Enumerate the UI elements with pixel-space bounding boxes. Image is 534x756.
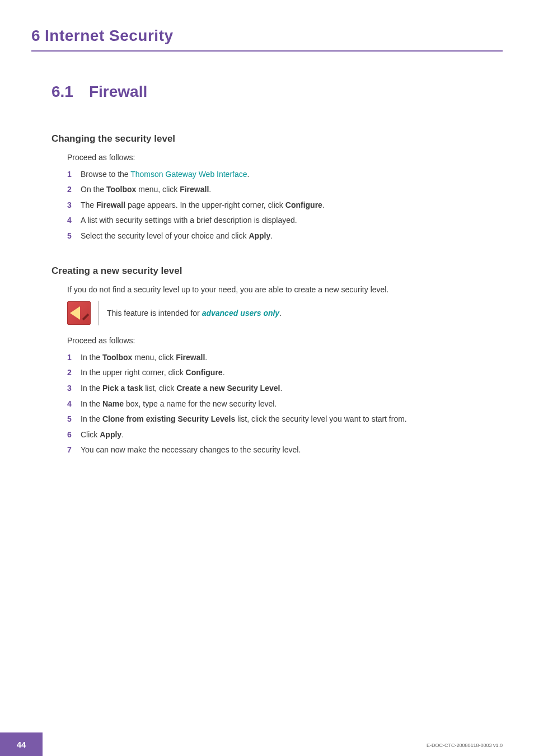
step-number: 3 xyxy=(67,383,81,394)
steps-list: 1 Browse to the Thomson Gateway Web Inte… xyxy=(67,169,503,242)
list-item: 1 Browse to the Thomson Gateway Web Inte… xyxy=(67,169,503,180)
step-number: 2 xyxy=(67,184,81,195)
warning-icon xyxy=(67,301,91,325)
step-text: In the upper right corner, click Configu… xyxy=(81,367,503,379)
list-item: 6 Click Apply. xyxy=(67,430,503,441)
link-thomson-gateway[interactable]: Thomson Gateway Web Interface xyxy=(130,170,247,179)
callout-text: This feature is intended for advanced us… xyxy=(107,309,282,318)
chapter-number: 6 xyxy=(31,27,40,44)
emphasis-advanced-users: advanced users only xyxy=(202,309,280,318)
step-text: Browse to the Thomson Gateway Web Interf… xyxy=(81,169,503,180)
list-item: 2 In the upper right corner, click Confi… xyxy=(67,367,503,379)
step-text: In the Clone from existing Security Leve… xyxy=(81,414,503,425)
list-item: 3 In the Pick a task list, click Create … xyxy=(67,383,503,394)
list-item: 2 On the Toolbox menu, click Firewall. xyxy=(67,184,503,195)
section-title: 6.1Firewall xyxy=(51,83,503,101)
intro-text: Proceed as follows: xyxy=(67,152,503,164)
subsection-creating-level: Creating a new security level If you do … xyxy=(51,265,503,456)
step-number: 2 xyxy=(67,367,81,379)
document-id: E-DOC-CTC-20080118-0003 v1.0 xyxy=(427,743,503,748)
step-number: 1 xyxy=(67,169,81,180)
step-number: 5 xyxy=(67,414,81,425)
step-number: 7 xyxy=(67,445,81,456)
step-number: 6 xyxy=(67,430,81,441)
subsection-changing-level: Changing the security level Proceed as f… xyxy=(51,133,503,242)
chapter-title-text: Internet Security xyxy=(45,27,173,44)
step-text: You can now make the necessary changes t… xyxy=(81,445,503,456)
step-number: 1 xyxy=(67,352,81,363)
step-text: Click Apply. xyxy=(81,430,503,441)
step-text: In the Pick a task list, click Create a … xyxy=(81,383,503,394)
step-text: A list with security settings with a bri… xyxy=(81,215,503,226)
step-number: 4 xyxy=(67,399,81,410)
step-text: Select the security level of your choice… xyxy=(81,231,503,242)
section-title-text: Firewall xyxy=(89,83,147,100)
steps-list: 1 In the Toolbox menu, click Firewall. 2… xyxy=(67,352,503,456)
subsection-title: Creating a new security level xyxy=(51,265,503,277)
note-callout: This feature is intended for advanced us… xyxy=(67,301,503,325)
subsection-title: Changing the security level xyxy=(51,133,503,144)
list-item: 5 Select the security level of your choi… xyxy=(67,231,503,242)
section-number: 6.1 xyxy=(51,83,73,100)
list-item: 4 In the Name box, type a name for the n… xyxy=(67,399,503,410)
chapter-title: 6Internet Security xyxy=(31,27,503,52)
step-text: The Firewall page appears. In the upper-… xyxy=(81,200,503,211)
proceed-text: Proceed as follows: xyxy=(67,335,503,347)
step-number: 5 xyxy=(67,231,81,242)
list-item: 7 You can now make the necessary changes… xyxy=(67,445,503,456)
intro-text: If you do not find a security level up t… xyxy=(67,284,503,296)
list-item: 4 A list with security settings with a b… xyxy=(67,215,503,226)
step-text: On the Toolbox menu, click Firewall. xyxy=(81,184,503,195)
list-item: 1 In the Toolbox menu, click Firewall. xyxy=(67,352,503,363)
callout-divider xyxy=(99,301,99,325)
page-number: 44 xyxy=(0,732,43,756)
step-text: In the Toolbox menu, click Firewall. xyxy=(81,352,503,363)
step-number: 3 xyxy=(67,200,81,211)
footer: 44 E-DOC-CTC-20080118-0003 v1.0 xyxy=(0,732,534,756)
list-item: 3 The Firewall page appears. In the uppe… xyxy=(67,200,503,211)
step-text: In the Name box, type a name for the new… xyxy=(81,399,503,410)
step-number: 4 xyxy=(67,215,81,226)
list-item: 5 In the Clone from existing Security Le… xyxy=(67,414,503,425)
